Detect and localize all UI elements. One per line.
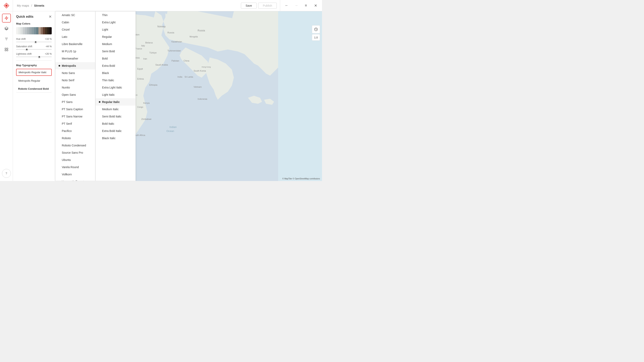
- weight-dot: [99, 87, 100, 88]
- save-button[interactable]: Save: [241, 2, 256, 9]
- sidebar-icon-filter[interactable]: [2, 34, 11, 43]
- hue-shift-label: Hue shift: [16, 38, 26, 40]
- weight-option-light-italic[interactable]: Light Italic: [96, 91, 136, 98]
- svg-text:Kazakhstan: Kazakhstan: [172, 41, 182, 43]
- font-item-metropolis-italic[interactable]: Metropolis Regular Italic: [16, 69, 52, 76]
- color-swatch: [45, 27, 47, 34]
- saturation-shift-track[interactable]: [16, 49, 52, 50]
- menu-button[interactable]: ≡: [303, 2, 309, 9]
- map-typography-title: Map Typography: [16, 64, 52, 67]
- font-dot: [58, 21, 60, 23]
- font-option-ubuntu[interactable]: Ubuntu: [55, 156, 95, 163]
- svg-text:Hong Kong: Hong Kong: [202, 66, 211, 68]
- weight-dot: [99, 116, 100, 117]
- weight-dot: [99, 58, 100, 59]
- weight-option-black[interactable]: Black: [96, 69, 136, 77]
- font-option-cabin[interactable]: Cabin: [55, 19, 95, 26]
- weight-option-thin-italic[interactable]: Thin Italic: [96, 77, 136, 84]
- weight-option-extra-bold-italic[interactable]: Extra Bold Italic: [96, 127, 136, 135]
- logo-icon: [4, 3, 9, 8]
- publish-button[interactable]: Publish: [258, 2, 277, 9]
- lightness-shift-thumb[interactable]: [38, 56, 40, 58]
- close-button[interactable]: ✕: [312, 2, 319, 9]
- font-option-open-sans[interactable]: Open Sans: [55, 91, 95, 98]
- font-option-vollkorn[interactable]: Vollkorn: [55, 171, 95, 178]
- color-swatch: [27, 27, 30, 34]
- back-button[interactable]: ←: [283, 2, 290, 9]
- svg-text:France: France: [135, 47, 142, 50]
- font-option-noto-sans[interactable]: Noto Sans: [55, 69, 95, 77]
- svg-marker-2: [5, 16, 8, 20]
- font-dot: [58, 123, 60, 124]
- weight-dot: [99, 94, 100, 95]
- font-option-varela[interactable]: Varela Round: [55, 163, 95, 171]
- sidebar-icon-quick-edit[interactable]: [2, 14, 11, 22]
- weight-option-thin[interactable]: Thin: [96, 11, 136, 19]
- font-option-source-sans[interactable]: Source Sans Pro: [55, 149, 95, 156]
- color-swatch: [23, 27, 25, 34]
- sidebar-icon-layers[interactable]: [2, 24, 11, 33]
- font-option-pt-sans-caption[interactable]: PT Sans Caption: [55, 106, 95, 113]
- font-option-pt-sans-narrow[interactable]: PT Sans Narrow: [55, 113, 95, 120]
- font-option-lato[interactable]: Lato: [55, 33, 95, 40]
- weight-option-extra-light[interactable]: Extra Light: [96, 19, 136, 26]
- weight-option-regular-italic[interactable]: Regular Italic: [96, 98, 136, 106]
- weight-option-medium-italic[interactable]: Medium Italic: [96, 106, 136, 113]
- font-item-metropolis-regular[interactable]: Metropolis Regular: [16, 77, 52, 84]
- font-option-roboto-condensed[interactable]: Roboto Condensed: [55, 142, 95, 149]
- svg-text:South Korea: South Korea: [194, 70, 206, 72]
- close-panel-button[interactable]: ✕: [49, 14, 52, 19]
- font-option-metropolis[interactable]: Metropolis: [55, 62, 95, 69]
- hue-shift-thumb[interactable]: [34, 41, 37, 43]
- weight-dot: [99, 21, 100, 23]
- font-option-roboto[interactable]: Roboto: [55, 135, 95, 142]
- weight-dropdown: Thin Extra Light Light Regular Medium Se…: [96, 11, 136, 181]
- saturation-shift-thumb[interactable]: [26, 48, 28, 51]
- clock-button[interactable]: [312, 25, 320, 33]
- weight-option-semi-bold-italic[interactable]: Semi Bold Italic: [96, 113, 136, 120]
- saturation-shift-row: Saturation shift -44 %: [16, 45, 52, 50]
- weight-option-extra-light-italic[interactable]: Extra Light Italic: [96, 84, 136, 91]
- lightness-shift-track[interactable]: [16, 56, 52, 57]
- weight-dot: [99, 137, 100, 139]
- font-option-pacifico[interactable]: Pacifico: [55, 127, 95, 135]
- weight-option-medium[interactable]: Medium: [96, 40, 136, 48]
- color-swatch: [41, 27, 43, 34]
- weight-option-light[interactable]: Light: [96, 26, 136, 33]
- svg-text:Egypt: Egypt: [137, 67, 143, 70]
- font-option-mplus[interactable]: M PLUS 1p: [55, 48, 95, 55]
- breadcrumb-base[interactable]: My maps: [17, 4, 29, 7]
- font-option-yanone[interactable]: Yanone Kaffeesatz: [55, 178, 95, 181]
- weight-option-semi-bold[interactable]: Semi Bold: [96, 48, 136, 55]
- sidebar-icon-puzzle[interactable]: [2, 45, 11, 54]
- weight-option-bold-italic[interactable]: Bold Italic: [96, 120, 136, 127]
- svg-text:Saudi Arabia: Saudi Arabia: [155, 63, 168, 66]
- topbar-actions: Save Publish: [241, 2, 280, 9]
- font-dot: [58, 174, 60, 175]
- svg-text:Zimbabwe: Zimbabwe: [141, 118, 152, 120]
- color-swatch: [20, 27, 23, 34]
- weight-option-bold[interactable]: Bold: [96, 55, 136, 62]
- font-option-nunito[interactable]: Nunito: [55, 84, 95, 91]
- font-option-amatic[interactable]: Amatic SC: [55, 11, 95, 19]
- svg-text:Russia: Russia: [168, 31, 174, 34]
- color-swatch: [16, 27, 18, 34]
- font-option-pt-sans[interactable]: PT Sans: [55, 98, 95, 106]
- font-option-noto-serif[interactable]: Noto Serif: [55, 77, 95, 84]
- forward-button[interactable]: →: [293, 2, 300, 9]
- font-option-pt-serif[interactable]: PT Serif: [55, 120, 95, 127]
- font-option-cinzel[interactable]: Cinzel: [55, 26, 95, 33]
- svg-marker-1: [5, 4, 8, 7]
- weight-option-black-italic[interactable]: Black Italic: [96, 135, 136, 142]
- sidebar-icon-help[interactable]: ?: [2, 169, 11, 178]
- font-item-roboto-bold[interactable]: Roboto Condensed Bold: [16, 86, 52, 92]
- svg-text:Indian: Indian: [170, 125, 176, 128]
- color-swatch: [47, 27, 50, 34]
- font-dot: [58, 50, 60, 52]
- weight-option-regular[interactable]: Regular: [96, 33, 136, 40]
- font-option-libre[interactable]: Libre Baskerville: [55, 40, 95, 48]
- hue-shift-track[interactable]: [16, 42, 52, 42]
- weight-option-extra-bold[interactable]: Extra Bold: [96, 62, 136, 69]
- font-dropdown: Amatic SC Cabin Cinzel Lato Libre Basker…: [55, 11, 96, 181]
- font-option-merriweather[interactable]: Merriweather: [55, 55, 95, 62]
